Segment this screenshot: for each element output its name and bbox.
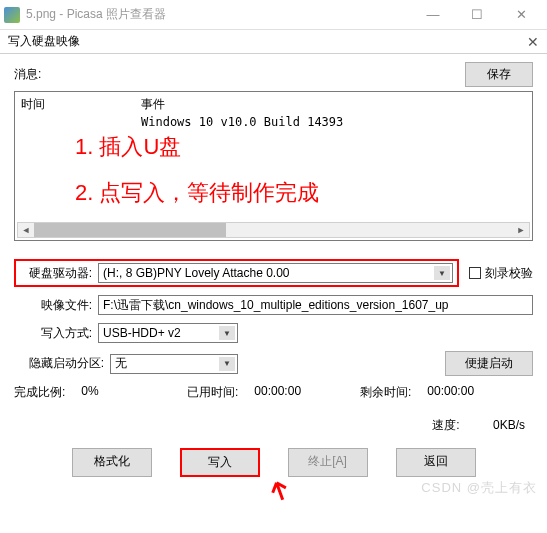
hidden-select[interactable]: 无 ▼ [110, 354, 238, 374]
annotation-1: 1. 插入U盘 [75, 132, 181, 162]
elapsed-value: 00:00:00 [254, 384, 301, 401]
elapsed-label: 已用时间: [187, 384, 238, 401]
close-button[interactable]: ✕ [499, 1, 543, 29]
chevron-down-icon: ▼ [219, 326, 235, 340]
convenient-boot-button[interactable]: 便捷启动 [445, 351, 533, 376]
watermark-text: CSDN @壳上有衣 [421, 479, 537, 497]
log-header-event: 事件 [141, 96, 165, 113]
verify-checkbox[interactable]: 刻录校验 [469, 265, 533, 282]
progress-label: 完成比例: [14, 384, 65, 401]
speed-value: 0KB/s [493, 418, 525, 432]
speed-label: 速度: [432, 417, 459, 434]
hidden-label: 隐藏启动分区: [14, 355, 104, 372]
save-button[interactable]: 保存 [465, 62, 533, 87]
log-listbox[interactable]: 时间 事件 Windows 10 v10.0 Build 14393 1. 插入… [14, 91, 533, 241]
horizontal-scrollbar[interactable]: ◄ ► [17, 222, 530, 238]
image-label: 映像文件: [14, 297, 92, 314]
checkbox-icon [469, 267, 481, 279]
scroll-left-icon[interactable]: ◄ [18, 223, 34, 237]
maximize-button[interactable]: ☐ [455, 1, 499, 29]
minimize-button[interactable]: — [411, 1, 455, 29]
dialog-title-text: 写入硬盘映像 [8, 33, 527, 50]
progress-value: 0% [81, 384, 98, 401]
scroll-thumb[interactable] [34, 223, 226, 237]
abort-button: 终止[A] [288, 448, 368, 477]
image-path-input[interactable]: F:\迅雷下载\cn_windows_10_multiple_editions_… [98, 295, 533, 315]
mode-select-value: USB-HDD+ v2 [103, 326, 181, 340]
annotation-2: 2. 点写入，等待制作完成 [75, 178, 319, 208]
window-controls: — ☐ ✕ [411, 1, 543, 29]
back-button[interactable]: 返回 [396, 448, 476, 477]
log-header-time: 时间 [21, 96, 141, 113]
hidden-select-value: 无 [115, 355, 127, 372]
image-path-value: F:\迅雷下载\cn_windows_10_multiple_editions_… [103, 297, 449, 314]
scroll-right-icon[interactable]: ► [513, 223, 529, 237]
dialog-close-icon[interactable]: ✕ [527, 34, 539, 50]
log-row-1: Windows 10 v10.0 Build 14393 [141, 115, 526, 129]
picasa-title-text: 5.png - Picasa 照片查看器 [26, 6, 411, 23]
arrow-annotation-icon [266, 480, 296, 513]
chevron-down-icon: ▼ [219, 357, 235, 371]
mode-select[interactable]: USB-HDD+ v2 ▼ [98, 323, 238, 343]
format-button[interactable]: 格式化 [72, 448, 152, 477]
chevron-down-icon: ▼ [434, 266, 450, 280]
picasa-icon [4, 7, 20, 23]
mode-label: 写入方式: [14, 325, 92, 342]
message-label: 消息: [14, 66, 465, 83]
remain-value: 00:00:00 [427, 384, 474, 401]
drive-select[interactable]: (H:, 8 GB)PNY Lovely Attache 0.00 ▼ [98, 263, 453, 283]
picasa-titlebar: 5.png - Picasa 照片查看器 — ☐ ✕ [0, 0, 547, 30]
drive-select-value: (H:, 8 GB)PNY Lovely Attache 0.00 [103, 266, 290, 280]
write-button[interactable]: 写入 [180, 448, 260, 477]
drive-label: 硬盘驱动器: [20, 265, 92, 282]
verify-label: 刻录校验 [485, 265, 533, 282]
dialog-titlebar: 写入硬盘映像 ✕ [0, 30, 547, 54]
remain-label: 剩余时间: [360, 384, 411, 401]
